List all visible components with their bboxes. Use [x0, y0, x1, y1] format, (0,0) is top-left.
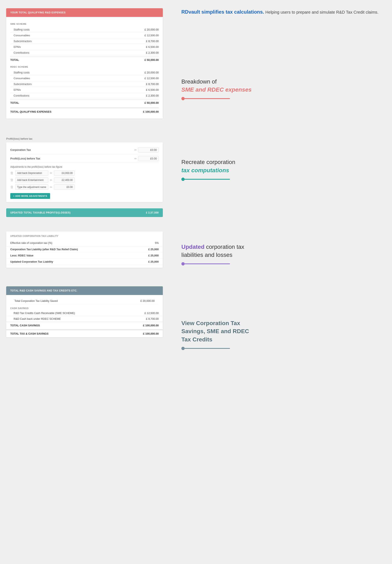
sme-expense-row: Staffing costs£ 20,000.00: [10, 27, 159, 33]
connector-line-1: [185, 98, 230, 99]
profit-loss-section-label: Profit/(loss) before tax: [6, 137, 163, 140]
view-corp-line1: View Corporation Tax: [181, 320, 240, 326]
updated-total-bar: UPDATED TOTAL TAXABLE PROFITS/(LOSSES) £…: [6, 208, 163, 217]
rdec-total-value: £ 50,000.00: [145, 101, 159, 104]
sme-expense-row: Subcontractors£ 8,700.00: [10, 38, 159, 44]
profit-before-tax-edit-icon[interactable]: ✏: [134, 157, 137, 160]
adjustment-value-input[interactable]: [54, 184, 75, 190]
connector-dot-2: [181, 178, 185, 181]
corp-tax-edit-icon[interactable]: ✏: [134, 148, 137, 152]
rdec-items-list: Staffing costs£ 20,000.00Consumables£ 12…: [10, 70, 159, 99]
adjustment-value-input[interactable]: [54, 170, 75, 176]
rdec-expense-row: Contributions£ 2,300.00: [10, 93, 159, 99]
adjustment-edit-icon[interactable]: ✏: [50, 171, 52, 175]
liabilities-line2: liabilities and losses: [181, 252, 232, 258]
rdec-expense-row: Staffing costs£ 20,000.00: [10, 70, 159, 75]
rdec-expense-row: Consumables£ 12,500.00: [10, 75, 159, 81]
adjustments-label: Adjustments to the profit/(loss) before …: [10, 166, 159, 168]
cash-savings-card: TOTAL R&D CASH SAVINGS AND TAX CREDITS E…: [6, 286, 163, 337]
breakdown-line2: SME and RDEC expenses: [181, 86, 252, 93]
corp-tax-saved-value: £ 20,000.00: [140, 299, 155, 302]
connector-line-4: [185, 348, 230, 349]
adjustment-edit-icon[interactable]: ✏: [50, 178, 52, 182]
hero-title-rest: Helping users to prepare and simulate R&…: [265, 10, 378, 14]
hero-section: RDvault simplifies tax calculations. Hel…: [181, 8, 380, 16]
sme-expense-row: EPMs£ 6,500.00: [10, 44, 159, 50]
rdec-scheme-label: RDEC SCHEME: [10, 66, 159, 68]
grand-total-row: TOTAL QUALIFYING EXPENSES £ 100,000.00: [10, 108, 159, 115]
updated-total-label: UPDATED TOTAL TAXABLE PROFITS/(LOSSES): [10, 211, 71, 214]
view-corp-tax-section: View Corporation Tax Savings, SME and RD…: [181, 319, 380, 350]
liabilities-heading: Updated corporation tax liabilities and …: [181, 243, 380, 259]
rdec-expense-row: Subcontractors£ 8,700.00: [10, 81, 159, 87]
sme-scheme-label: SME SCHEME: [10, 23, 159, 25]
cash-savings-sub-label: CASH SAVINGS: [6, 305, 163, 310]
connector-dot-4: [181, 347, 185, 350]
effective-rate-row: Effective rate of corporation tax (%) 5%: [6, 240, 163, 246]
connector-line-3: [185, 263, 230, 264]
corp-tax-label: Corporation Tax: [10, 148, 31, 151]
breakdown-heading: Breakdown of SME and RDEC expenses: [181, 78, 380, 94]
corp-tax-liability-card: UPDATED CORPORATION TAX LIABILITY Effect…: [6, 231, 163, 268]
liabilities-section: Updated corporation tax liabilities and …: [181, 243, 380, 266]
tax-comp-heading: Recreate corporation tax computations: [181, 158, 380, 174]
grand-total-label: TOTAL QUALIFYING EXPENSES: [10, 110, 51, 113]
liability-rows-list: Corporation Tax Liability (after R&D Tax…: [6, 246, 163, 265]
adjustments-section: Adjustments to the profit/(loss) before …: [10, 166, 159, 199]
profit-before-tax-input-group: ✏: [134, 156, 159, 161]
cash-items-list: R&D Tax Credits Cash Receivable (SME SCH…: [6, 310, 163, 322]
tax-comp-line1: Recreate corporation: [181, 159, 235, 165]
sme-items-list: Staffing costs£ 20,000.00Consumables£ 12…: [10, 27, 159, 56]
adjustment-row: 🗑 ✏: [10, 177, 159, 183]
adjustment-value-input[interactable]: [54, 177, 75, 183]
total-tax-value: £ 100,000.00: [143, 332, 159, 335]
sme-expense-row: Contributions£ 2,300.00: [10, 50, 159, 56]
tax-comp-line2: tax computations: [181, 167, 229, 173]
connector-3: [181, 262, 380, 266]
total-cash-label: TOTAL CASH SAVINGS: [10, 324, 40, 327]
grand-total-value: £ 100,000.00: [143, 110, 159, 113]
trash-icon[interactable]: 🗑: [10, 171, 14, 175]
connector-4: [181, 347, 380, 350]
connector-line-2: [185, 179, 230, 180]
adjustment-name-input[interactable]: [15, 170, 48, 176]
effective-rate-value: 5%: [155, 241, 159, 244]
sme-total-label: TOTAL: [10, 58, 19, 61]
add-more-adjustments-button[interactable]: + ADD MORE ADJUSTMENTS: [10, 193, 50, 199]
total-cash-savings-row: TOTAL CASH SAVINGS £ 100,000.00: [6, 322, 163, 329]
rdec-total-row: TOTAL £ 50,000.00: [10, 99, 159, 106]
connector-dot-1: [181, 97, 185, 100]
profit-before-tax-input[interactable]: [138, 156, 159, 161]
view-corp-tax-heading: View Corporation Tax Savings, SME and RD…: [181, 319, 380, 343]
tax-computation-card: Corporation Tax ✏ Profit/(Loss) before T…: [6, 142, 163, 202]
corp-tax-input-group: ✏: [134, 147, 159, 153]
adjustment-edit-icon[interactable]: ✏: [50, 185, 52, 189]
rdec-total-label: TOTAL: [10, 101, 19, 104]
adjustment-row: 🗑 ✏: [10, 170, 159, 176]
trash-icon[interactable]: 🗑: [10, 178, 14, 182]
liability-row: Corporation Tax Liability (after R&D Tax…: [6, 246, 163, 253]
tax-computation-body: Corporation Tax ✏ Profit/(Loss) before T…: [6, 142, 163, 202]
cash-item-row: R&D Tax Credits Cash Receivable (SME SCH…: [6, 310, 163, 316]
sme-total-value: £ 50,000.00: [145, 58, 159, 61]
adjustment-name-input[interactable]: [15, 177, 48, 183]
rd-expenses-header: YOUR TOTAL QUALIFYING R&D EXPENSES: [6, 8, 163, 17]
connector-dot-3: [181, 262, 185, 266]
trash-icon[interactable]: 🗑: [10, 185, 14, 189]
rdec-expense-row: EPMs£ 6,500.00: [10, 87, 159, 93]
liability-row: Less: RDEC Value£ 25,000: [6, 253, 163, 259]
rd-expenses-card: YOUR TOTAL QUALIFYING R&D EXPENSES SME S…: [6, 8, 163, 119]
hero-title-bold: RDvault simplifies tax calculations.: [181, 9, 264, 15]
total-tax-savings-row: TOTAL TAX & CASH SAVINGS £ 100,000.00: [6, 330, 163, 337]
liabilities-bold: Updated: [181, 244, 204, 250]
sme-total-row: TOTAL £ 50,000.00: [10, 56, 159, 63]
tax-computations-section: Recreate corporation tax computations: [181, 158, 380, 181]
adjustment-row: 🗑 ✏: [10, 184, 159, 190]
connector-2: [181, 178, 380, 181]
adjustment-name-input[interactable]: [15, 184, 48, 190]
effective-rate-label: Effective rate of corporation tax (%): [10, 241, 52, 244]
corp-tax-input[interactable]: [138, 147, 159, 153]
profit-before-tax-label: Profit/(Loss) before Tax: [10, 157, 40, 160]
total-tax-label: TOTAL TAX & CASH SAVINGS: [10, 332, 48, 335]
sme-expense-row: Consumables£ 12,500.00: [10, 33, 159, 38]
